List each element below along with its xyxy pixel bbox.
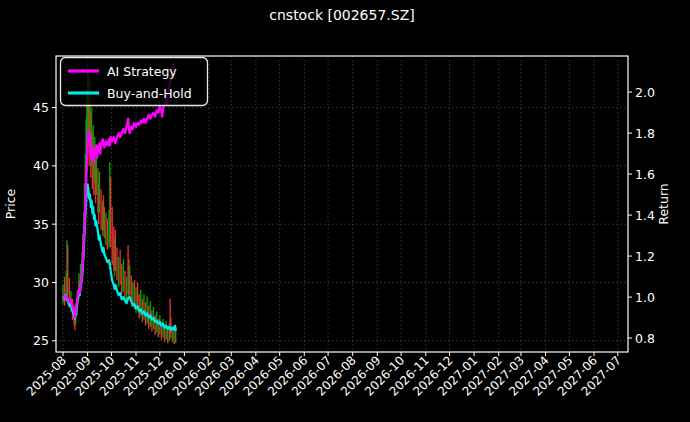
price-tick-label: 35 <box>33 217 49 232</box>
buy-and-hold-line <box>63 184 176 330</box>
return-tick-label: 2.0 <box>635 85 655 100</box>
return-tick-label: 0.8 <box>635 331 655 346</box>
legend-ai-strategy-label: AI Strategy <box>107 64 177 79</box>
price-tick-label: 30 <box>33 275 49 290</box>
chart-title: cnstock [002657.SZ] <box>269 7 414 23</box>
price-tick-label: 25 <box>33 333 49 348</box>
return-tick-label: 1.6 <box>635 167 655 182</box>
return-tick-label: 1.4 <box>635 208 655 223</box>
price-tick-label: 40 <box>33 158 49 173</box>
return-tick-label: 1.8 <box>635 126 655 141</box>
stock-chart: cnstock [002657.SZ] 2025-082025-092025-1… <box>0 0 690 422</box>
left-axis-label: Price <box>3 188 18 219</box>
price-tick-label: 45 <box>33 100 49 115</box>
legend-buy-and-hold-label: Buy-and-Hold <box>107 86 192 101</box>
return-tick-label: 1.2 <box>635 249 655 264</box>
return-tick-label: 1.0 <box>635 290 655 305</box>
figure: cnstock [002657.SZ] 2025-082025-092025-1… <box>0 0 690 422</box>
right-axis-label: Return <box>656 183 671 224</box>
legend: AI Strategy Buy-and-Hold <box>61 58 208 106</box>
